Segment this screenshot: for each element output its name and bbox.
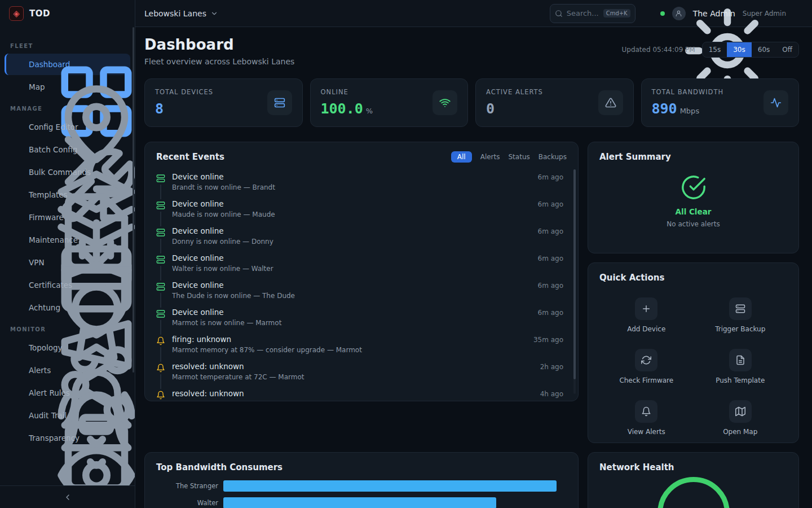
event-row[interactable]: resolved: unknownMarmot temperature at 7… — [145, 358, 578, 385]
sidebar-item-label: Batch Config — [29, 145, 77, 154]
event-row[interactable]: Device onlineMaude is now online — Maude… — [145, 195, 578, 222]
award-icon — [12, 280, 22, 290]
event-time: 6m ago — [538, 226, 563, 246]
alert-triangle-icon — [598, 90, 623, 115]
sidebar-item-label: Templates — [29, 190, 68, 199]
event-row[interactable]: Device onlineDonny is now online — Donny… — [145, 222, 578, 249]
event-detail: Marmot memory at 87% — consider upgrade … — [172, 346, 527, 354]
events-scrollbar-thumb[interactable] — [573, 169, 576, 379]
check-firmware-button[interactable]: Check Firmware — [599, 345, 694, 388]
sidebar-item-label: Alert Rules — [29, 388, 70, 397]
app-name: TOD — [29, 8, 50, 19]
avatar[interactable] — [672, 7, 686, 20]
event-title: Device online — [172, 253, 531, 262]
connection-status-dot — [660, 11, 665, 16]
event-time: 35m ago — [533, 335, 563, 354]
bar-label: Walter — [156, 499, 218, 507]
user-name: The Admin — [693, 9, 735, 18]
action-label: View Alerts — [628, 428, 665, 436]
event-row[interactable]: Device onlineBrandt is now online — Bran… — [145, 168, 578, 195]
event-time: 4h ago — [540, 389, 563, 401]
event-filter-tabs: All Alerts Status Backups — [451, 151, 567, 163]
sidebar-item-label: Dashboard — [29, 60, 70, 69]
stat-label: ACTIVE ALERTS — [486, 88, 543, 96]
file-icon — [12, 190, 22, 200]
filter-tab-status[interactable]: Status — [509, 153, 530, 161]
server-icon — [156, 282, 165, 291]
server-icon — [729, 297, 752, 320]
filter-tab-alerts[interactable]: Alerts — [480, 153, 500, 161]
sidebar-item-dashboard[interactable]: Dashboard — [5, 54, 130, 75]
filter-tab-backups[interactable]: Backups — [539, 153, 567, 161]
sidebar-item-label: Map — [29, 82, 45, 91]
network-health-card: Network Health — [588, 452, 799, 508]
sidebar-item-label: Maintenance — [29, 235, 78, 244]
event-row[interactable]: Device onlineMarmot is now online — Marm… — [145, 304, 578, 331]
activity-icon — [764, 90, 788, 115]
event-detail: The Dude is now online — The Dude — [172, 292, 531, 300]
user-menu-chevron-icon[interactable] — [793, 9, 802, 17]
trigger-backup-button[interactable]: Trigger Backup — [694, 294, 788, 336]
action-label: Open Map — [723, 428, 757, 436]
event-detail: Marmot temperature at 72C — Marmot — [172, 373, 533, 381]
event-row[interactable]: Device onlineWalter is now online — Walt… — [145, 249, 578, 277]
app-root: ◈ TOD FLEET Dashboard Map MANAGE Config … — [0, 0, 812, 508]
search-box[interactable]: Cmd+K — [550, 4, 636, 23]
sidebar-nav: FLEET Dashboard Map MANAGE Config Editor… — [0, 27, 135, 485]
alert-summary-card: Alert Summary All Clear No active alerts — [588, 142, 799, 253]
event-title: firing: unknown — [172, 335, 527, 344]
interval-60s-button[interactable]: 60s — [752, 42, 776, 57]
interval-15s-button[interactable]: 15s — [703, 42, 727, 57]
org-name: Lebowski Lanes — [144, 9, 206, 18]
event-detail: Marmot is now online — Marmot — [172, 319, 531, 327]
chevron-left-icon — [63, 493, 72, 502]
interval-30s-button[interactable]: 30s — [727, 42, 752, 57]
event-row[interactable]: resolved: unknown 4h ago — [145, 385, 578, 401]
refresh-icon — [635, 349, 657, 371]
stat-total-devices: TOTAL DEVICES 8 — [144, 78, 303, 127]
interval-off-button[interactable]: Off — [776, 42, 798, 57]
sidebar-item-label: Bulk Commands — [29, 168, 91, 177]
action-label: Check Firmware — [619, 376, 673, 384]
sidebar-item-label: Config Editor — [29, 122, 78, 132]
add-device-button[interactable]: Add Device — [599, 294, 694, 336]
sidebar-scrollbar[interactable] — [133, 27, 134, 373]
filter-tab-all[interactable]: All — [451, 151, 472, 163]
page-subtitle: Fleet overview across Lebowski Lanes — [144, 57, 294, 66]
stat-unit: % — [366, 107, 373, 115]
map-icon — [729, 400, 752, 423]
theme-toggle-sun-icon[interactable] — [643, 8, 653, 19]
sidebar-collapse-button[interactable] — [0, 485, 135, 508]
stat-value: 8 — [155, 100, 164, 117]
view-alerts-button[interactable]: View Alerts — [599, 397, 694, 439]
sidebar-item-label: Audit Trail — [29, 411, 67, 420]
wrench-icon — [12, 144, 22, 155]
event-row[interactable]: Device onlineThe Dude is now online — Th… — [145, 277, 578, 304]
search-input[interactable] — [567, 9, 599, 17]
tod-logo-icon: ◈ — [9, 6, 24, 21]
sidebar-item-label: Alerts — [29, 366, 51, 375]
bell-icon — [156, 336, 165, 345]
event-title: resolved: unknown — [172, 362, 533, 371]
bandwidth-chart-title: Top Bandwidth Consumers — [156, 462, 283, 472]
org-selector[interactable]: Lebowski Lanes — [144, 9, 218, 18]
stat-active-alerts: ACTIVE ALERTS 0 — [475, 78, 634, 127]
bar-row: Walter — [156, 497, 567, 508]
shield-icon — [12, 257, 22, 268]
event-row[interactable]: firing: unknownMarmot memory at 87% — co… — [145, 331, 578, 358]
refresh-interval-segmented-control: 15s 30s 60s Off — [702, 42, 799, 58]
recent-events-card: Recent Events All Alerts Status Backups … — [144, 142, 579, 401]
eye-icon — [12, 433, 22, 443]
bandwidth-bar — [223, 497, 496, 508]
push-template-button[interactable]: Push Template — [694, 345, 788, 388]
quick-actions-title: Quick Actions — [599, 273, 664, 283]
dashboard-grid-icon — [12, 59, 22, 69]
action-label: Trigger Backup — [715, 325, 765, 333]
network-icon — [12, 343, 22, 353]
event-detail: Maude is now online — Maude — [172, 211, 531, 218]
open-map-button[interactable]: Open Map — [694, 397, 788, 439]
stat-online: ONLINE 100.0% — [310, 78, 469, 127]
sidebar-item-label: VPN — [29, 258, 44, 267]
search-shortcut-badge: Cmd+K — [603, 9, 630, 17]
app-logo: ◈ TOD — [0, 0, 135, 27]
